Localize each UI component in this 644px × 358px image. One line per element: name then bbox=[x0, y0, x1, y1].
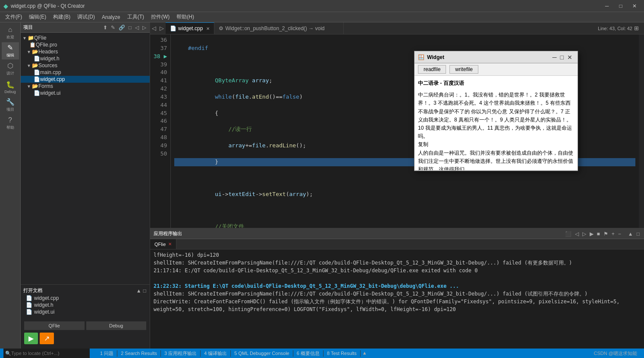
window-title: widget.cpp @ QFlie - Qt Creator bbox=[11, 3, 601, 9]
tab-close-widgetcpp[interactable]: ✕ bbox=[206, 26, 210, 31]
arrow-icon: ▼ bbox=[22, 36, 27, 40]
ln-39: 39 bbox=[154, 61, 167, 69]
qflie-label[interactable]: QFlie bbox=[24, 321, 85, 330]
sidebar-design-label: 设计 bbox=[6, 71, 14, 76]
sidebar-debug-btn[interactable]: 🐛 Debug bbox=[2, 78, 19, 96]
design-icon: ⬡ bbox=[7, 62, 13, 70]
status-tab-8[interactable]: 8 Test Results bbox=[324, 350, 361, 357]
bottom-flag-btn[interactable]: ⚑ bbox=[603, 231, 609, 237]
output-content[interactable]: lfHeight=-16) dpi=120 shellItem: SHCreat… bbox=[150, 249, 644, 349]
status-tab-5[interactable]: 5 QML Debugger Console bbox=[231, 350, 293, 357]
tree-item-widgetui[interactable]: 📄 widget.ui bbox=[21, 90, 150, 97]
readfile-button[interactable]: readfile bbox=[418, 65, 446, 74]
bottom-stop-btn[interactable]: ⬛ bbox=[564, 231, 572, 237]
open-docs-title: 打开文档 bbox=[23, 287, 42, 294]
minimize-button[interactable]: ─ bbox=[601, 2, 613, 10]
tree-item-widgetcpp[interactable]: 📄 widget.cpp bbox=[21, 76, 150, 83]
project-panel-title: 项目 bbox=[23, 24, 102, 31]
tab-breadcrumb-func[interactable]: ⚙ Widget::on_pushButton_2_clicked() → vo… bbox=[214, 22, 344, 34]
panel-icon-2[interactable]: ✎ bbox=[110, 25, 116, 31]
sidebar-bottom-buttons: QFlie Debug bbox=[21, 319, 150, 333]
tree-item-qflie[interactable]: ▼ 📁 QFlie bbox=[21, 34, 150, 41]
open-doc-label-widgeth: widget.h bbox=[34, 302, 53, 308]
editor-split-btn[interactable]: ⊞ bbox=[632, 25, 641, 31]
tree-item-widgeth[interactable]: 📄 widget.h bbox=[21, 55, 150, 62]
status-tab-6[interactable]: 6 概要信息 bbox=[293, 350, 324, 357]
bottom-float-btn[interactable]: □ bbox=[636, 231, 641, 237]
sidebar-project-label: 项目 bbox=[6, 107, 14, 112]
qflie-tab-close[interactable]: ✕ bbox=[168, 242, 172, 246]
panel-icon-1[interactable]: ⬆ bbox=[102, 25, 108, 31]
panel-icon-4[interactable]: □ bbox=[128, 25, 132, 31]
locate-input[interactable] bbox=[11, 351, 80, 356]
bottom-stop-btn2[interactable]: ■ bbox=[596, 231, 601, 237]
menu-analyze[interactable]: Analyze bbox=[98, 13, 124, 21]
output-line-5: shellItem: SHCreateItemFromParsingName(f… bbox=[154, 290, 641, 298]
tree-label-maincpp: main.cpp bbox=[40, 69, 61, 75]
folder-icon-forms: 📂 bbox=[32, 83, 38, 89]
menu-tools[interactable]: 工具(T) bbox=[124, 12, 148, 22]
output-line-starting: 21:22:32: Starting E:\QT code\build-QFli… bbox=[154, 282, 641, 290]
writefile-button[interactable]: writefile bbox=[449, 65, 478, 74]
status-tab-1[interactable]: 1 问题 bbox=[97, 350, 117, 357]
run-button[interactable]: ▶ bbox=[24, 333, 38, 344]
maximize-button[interactable]: □ bbox=[615, 2, 627, 10]
menu-help[interactable]: 帮助(H) bbox=[173, 12, 198, 22]
status-tab-3[interactable]: 3 应用程序输出 bbox=[161, 350, 201, 357]
sidebar-project-btn[interactable]: 🔧 项目 bbox=[2, 97, 19, 114]
open-doc-widgetui[interactable]: 📄 widget.ui bbox=[21, 308, 150, 315]
bottom-minus-btn[interactable]: − bbox=[617, 231, 622, 237]
debug-label-btn[interactable]: Debug bbox=[86, 321, 147, 330]
widget-content[interactable]: 中二语录 - 百度汉语 中二病经典台词：。1。我没有错，错的是世界！。2 我要拯… bbox=[415, 76, 578, 171]
tree-item-maincpp[interactable]: 📄 main.cpp bbox=[21, 69, 150, 76]
bottom-nav-left[interactable]: ◁ bbox=[574, 231, 580, 237]
widget-close-btn[interactable]: ✕ bbox=[565, 54, 574, 61]
status-tab-2[interactable]: 2 Search Results bbox=[117, 350, 161, 357]
sidebar-help-btn[interactable]: ? 帮助 bbox=[2, 115, 19, 132]
tree-item-headers[interactable]: ▼ 📂 Headers bbox=[21, 48, 150, 55]
sidebar-edit-btn[interactable]: ✎ 编辑 bbox=[2, 42, 19, 59]
tab-nav-left[interactable]: ◁ bbox=[150, 22, 158, 34]
status-expand-btn[interactable]: ▲ bbox=[361, 350, 369, 357]
sidebar-design-btn[interactable]: ⬡ 设计 bbox=[2, 60, 19, 78]
right-info-text: CSDN @嗯这求知能 bbox=[594, 351, 637, 356]
bottom-collapse-btn[interactable]: ▲ bbox=[627, 231, 634, 237]
bottom-nav-right[interactable]: ▷ bbox=[581, 231, 587, 237]
widget-minimize-btn[interactable]: ─ bbox=[551, 54, 559, 61]
step-button[interactable]: ↗ bbox=[40, 333, 54, 344]
menu-build[interactable]: 构建(B) bbox=[50, 12, 74, 22]
open-docs-collapse[interactable]: ▲ bbox=[135, 288, 142, 294]
sidebar-welcome-btn[interactable]: ⌂ 欢迎 bbox=[2, 24, 19, 41]
panel-icon-5[interactable]: ◁ bbox=[134, 25, 140, 31]
widget-toolbar: readfile writefile bbox=[415, 63, 578, 76]
tree-item-sources[interactable]: ▼ 📂 Sources bbox=[21, 62, 150, 69]
ln-40: 40 bbox=[154, 68, 167, 77]
open-doc-widgeth[interactable]: 📄 widget.h bbox=[21, 302, 150, 308]
titlebar: ◆ widget.cpp @ QFlie - Qt Creator ─ □ ✕ bbox=[0, 0, 644, 12]
editor-scrollbar[interactable] bbox=[639, 34, 644, 228]
menu-debug[interactable]: 调试(D) bbox=[74, 12, 98, 22]
widget-title-text: Widget bbox=[427, 54, 551, 60]
status-tab-4[interactable]: 4 编译输出 bbox=[201, 350, 231, 357]
panel-icon-3[interactable]: 🔗 bbox=[118, 25, 126, 31]
bottom-run-btn[interactable]: ▶ bbox=[589, 231, 594, 237]
open-doc-widgetcpp[interactable]: 📄 widget.cpp bbox=[21, 295, 150, 302]
menu-file[interactable]: 文件(F) bbox=[2, 12, 25, 22]
panel-icon-6[interactable]: ▷ bbox=[141, 25, 147, 31]
statusbar-tabs: 1 问题 2 Search Results 3 应用程序输出 4 编译输出 5 … bbox=[97, 350, 584, 357]
sidebar-icons: ⌂ 欢迎 ✎ 编辑 ⬡ 设计 🐛 Debug 🔧 项目 ? 帮助 bbox=[0, 22, 21, 349]
widget-maximize-btn[interactable]: □ bbox=[559, 54, 565, 61]
bottom-add-btn[interactable]: + bbox=[611, 231, 616, 237]
tab-widgetcpp[interactable]: 📄 widget.cpp ✕ bbox=[166, 22, 214, 34]
close-button[interactable]: ✕ bbox=[628, 2, 641, 10]
menu-controls[interactable]: 控件(W) bbox=[148, 12, 173, 22]
statusbar: 🔍 1 问题 2 Search Results 3 应用程序输出 4 编译输出 … bbox=[0, 349, 644, 358]
open-docs-expand-btn[interactable]: □ bbox=[142, 288, 147, 294]
bottom-subtab-qflie[interactable]: QFlie ✕ bbox=[150, 239, 176, 249]
ln-43: 43 bbox=[154, 93, 167, 101]
tree-item-forms[interactable]: ▼ 📂 Forms bbox=[21, 83, 150, 90]
tree-item-qfliepro[interactable]: 📋 QFlie.pro bbox=[21, 41, 150, 48]
menu-edit[interactable]: 编辑(E) bbox=[25, 12, 50, 22]
tab-nav-right[interactable]: ▷ bbox=[158, 22, 166, 34]
ln-48: 48 bbox=[154, 134, 167, 142]
